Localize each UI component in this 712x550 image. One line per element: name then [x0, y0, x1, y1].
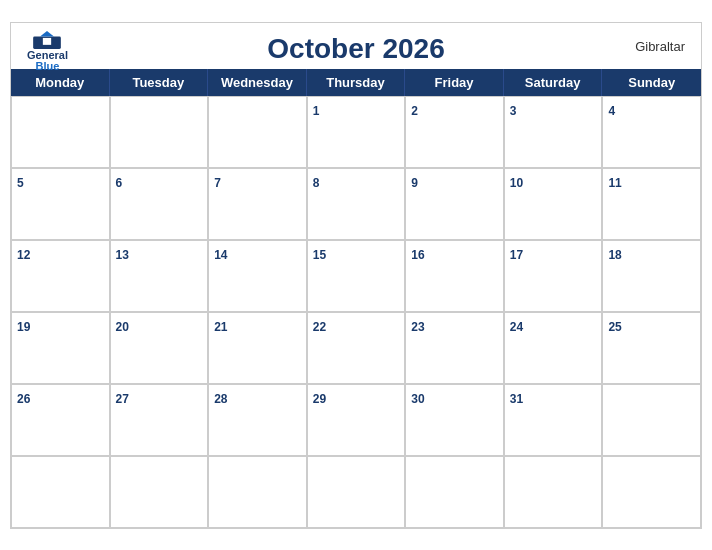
- day-number: 16: [411, 248, 424, 262]
- day-cell: [11, 96, 110, 168]
- day-number: 29: [313, 392, 326, 406]
- day-cell: 18: [602, 240, 701, 312]
- day-cell: [110, 456, 209, 528]
- day-cell: 22: [307, 312, 406, 384]
- day-number: 4: [608, 104, 615, 118]
- day-cell: 17: [504, 240, 603, 312]
- day-number: 15: [313, 248, 326, 262]
- day-number: 6: [116, 176, 123, 190]
- day-cell: 21: [208, 312, 307, 384]
- day-headers-row: MondayTuesdayWednesdayThursdayFridaySatu…: [11, 69, 701, 96]
- day-cell: [11, 456, 110, 528]
- day-number: 22: [313, 320, 326, 334]
- day-number: 25: [608, 320, 621, 334]
- day-cell: 19: [11, 312, 110, 384]
- day-cell: 15: [307, 240, 406, 312]
- day-cell: [208, 456, 307, 528]
- day-header-monday: Monday: [11, 69, 110, 96]
- day-cell: 10: [504, 168, 603, 240]
- day-cell: 26: [11, 384, 110, 456]
- calendar: General Blue October 2026 Gibraltar Mond…: [10, 22, 702, 529]
- day-cell: 11: [602, 168, 701, 240]
- day-number: 28: [214, 392, 227, 406]
- day-cell: 29: [307, 384, 406, 456]
- svg-marker-1: [41, 31, 55, 37]
- day-number: 10: [510, 176, 523, 190]
- day-header-sunday: Sunday: [602, 69, 701, 96]
- day-number: 24: [510, 320, 523, 334]
- month-year-title: October 2026: [267, 33, 444, 65]
- day-cell: 28: [208, 384, 307, 456]
- day-number: 13: [116, 248, 129, 262]
- day-cell: 14: [208, 240, 307, 312]
- day-cell: 23: [405, 312, 504, 384]
- day-cell: [405, 456, 504, 528]
- country-label: Gibraltar: [635, 39, 685, 54]
- day-cell: [208, 96, 307, 168]
- day-cell: 3: [504, 96, 603, 168]
- day-number: 19: [17, 320, 30, 334]
- day-number: 5: [17, 176, 24, 190]
- day-cell: 7: [208, 168, 307, 240]
- day-number: 2: [411, 104, 418, 118]
- logo: General Blue: [27, 31, 68, 72]
- day-cell: 6: [110, 168, 209, 240]
- day-number: 18: [608, 248, 621, 262]
- day-number: 14: [214, 248, 227, 262]
- day-number: 21: [214, 320, 227, 334]
- day-number: 7: [214, 176, 221, 190]
- day-cell: [307, 456, 406, 528]
- day-cell: 13: [110, 240, 209, 312]
- day-number: 12: [17, 248, 30, 262]
- day-number: 1: [313, 104, 320, 118]
- day-header-thursday: Thursday: [307, 69, 406, 96]
- day-header-tuesday: Tuesday: [110, 69, 209, 96]
- day-cell: 20: [110, 312, 209, 384]
- day-cell: 8: [307, 168, 406, 240]
- day-cell: [110, 96, 209, 168]
- day-number: 3: [510, 104, 517, 118]
- day-cell: 1: [307, 96, 406, 168]
- day-cell: 9: [405, 168, 504, 240]
- logo-blue: Blue: [36, 61, 60, 72]
- day-cell: 27: [110, 384, 209, 456]
- day-cell: 25: [602, 312, 701, 384]
- logo-general: General: [27, 50, 68, 61]
- day-cell: [602, 456, 701, 528]
- day-cell: 5: [11, 168, 110, 240]
- day-number: 23: [411, 320, 424, 334]
- day-number: 17: [510, 248, 523, 262]
- day-number: 9: [411, 176, 418, 190]
- day-number: 11: [608, 176, 621, 190]
- day-number: 20: [116, 320, 129, 334]
- day-number: 31: [510, 392, 523, 406]
- day-cell: 24: [504, 312, 603, 384]
- day-cell: 16: [405, 240, 504, 312]
- day-cell: 12: [11, 240, 110, 312]
- day-number: 30: [411, 392, 424, 406]
- svg-rect-2: [43, 37, 51, 44]
- calendar-header: General Blue October 2026 Gibraltar: [11, 23, 701, 69]
- day-cell: 30: [405, 384, 504, 456]
- day-header-friday: Friday: [405, 69, 504, 96]
- day-cell: 31: [504, 384, 603, 456]
- day-number: 26: [17, 392, 30, 406]
- day-cell: 4: [602, 96, 701, 168]
- day-cell: [602, 384, 701, 456]
- logo-icon: [33, 31, 61, 49]
- day-header-saturday: Saturday: [504, 69, 603, 96]
- day-cell: 2: [405, 96, 504, 168]
- day-cell: [504, 456, 603, 528]
- day-number: 27: [116, 392, 129, 406]
- day-number: 8: [313, 176, 320, 190]
- day-header-wednesday: Wednesday: [208, 69, 307, 96]
- calendar-grid: 1234567891011121314151617181920212223242…: [11, 96, 701, 528]
